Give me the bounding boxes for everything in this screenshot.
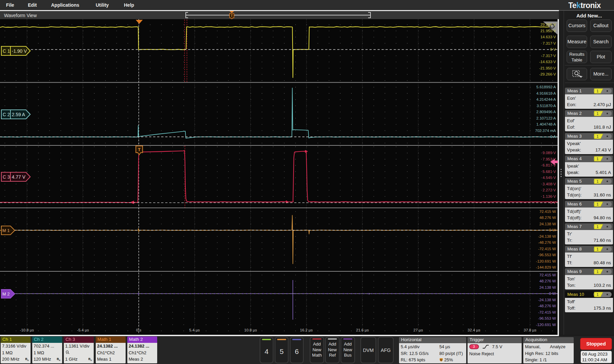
svg-text:48.276 W: 48.276 W — [539, 216, 556, 220]
svg-text:3.408 V: 3.408 V — [542, 182, 556, 186]
svg-text:M 1: M 1 — [2, 228, 10, 233]
svg-text:9.089 V: 9.089 V — [542, 151, 556, 155]
svg-text:72.415 W: 72.415 W — [539, 273, 556, 277]
svg-text:7.953 V: 7.953 V — [542, 157, 556, 161]
svg-text:21.6 µs: 21.6 µs — [356, 328, 369, 332]
svg-text:w: w — [27, 359, 29, 361]
svg-text:0 s: 0 s — [136, 328, 141, 332]
svg-text:72.415 W: 72.415 W — [539, 210, 556, 214]
svg-text:3.511870 A: 3.511870 A — [537, 104, 556, 108]
svg-text:2.107122 A: 2.107122 A — [536, 116, 556, 120]
svg-text:0 W: 0 W — [549, 291, 556, 295]
svg-text:-5.4 µs: -5.4 µs — [77, 328, 89, 332]
svg-text:1: 1 — [597, 134, 599, 138]
svg-text:1: 1 — [597, 157, 599, 161]
svg-text:C 3: C 3 — [3, 174, 10, 180]
svg-text:1: 1 — [597, 89, 599, 93]
svg-text:-21.950 V: -21.950 V — [539, 66, 556, 70]
svg-text:5.618992 A: 5.618992 A — [536, 85, 556, 89]
svg-text:4.916618 A: 4.916618 A — [536, 91, 556, 95]
svg-text:-144.829 W: -144.829 W — [536, 265, 556, 269]
svg-text:1: 1 — [597, 270, 599, 274]
svg-text:1: 1 — [597, 179, 599, 183]
svg-text:37.8 µs: 37.8 µs — [524, 328, 536, 332]
svg-text:-29.266 V: -29.266 V — [539, 72, 556, 76]
svg-text:C 1: C 1 — [3, 48, 10, 54]
svg-text:-1.90 V: -1.90 V — [12, 48, 27, 54]
svg-text:w: w — [90, 359, 92, 361]
svg-text:0 A: 0 A — [550, 135, 556, 139]
svg-text:-14.633 V: -14.633 V — [539, 60, 556, 64]
svg-text:4.545 V: 4.545 V — [542, 176, 556, 180]
svg-text:2.272 V: 2.272 V — [542, 188, 556, 192]
svg-text:1.136 V: 1.136 V — [542, 194, 556, 198]
svg-text:29.266 V: 29.266 V — [540, 22, 556, 27]
svg-text:5.681 V: 5.681 V — [542, 170, 556, 174]
svg-text:-48.276 W: -48.276 W — [538, 304, 556, 308]
svg-text:24.138 W: 24.138 W — [539, 222, 556, 226]
svg-text:2.59 A: 2.59 A — [12, 112, 25, 117]
svg-text:1.404748 A: 1.404748 A — [536, 122, 556, 126]
svg-text:24.138 W: 24.138 W — [539, 285, 556, 289]
svg-text:10.8 µs: 10.8 µs — [244, 328, 257, 332]
svg-text:T: T — [138, 147, 141, 152]
svg-text:U: U — [440, 358, 442, 361]
svg-text:3: 3 — [473, 345, 475, 349]
svg-text:4.77 V: 4.77 V — [12, 174, 26, 180]
svg-text:32.4 µs: 32.4 µs — [468, 328, 480, 332]
svg-text:7.317 V: 7.317 V — [542, 41, 556, 45]
svg-text:0 W: 0 W — [549, 228, 556, 232]
svg-text:0 V: 0 V — [550, 200, 556, 204]
svg-text:-96.553 W: -96.553 W — [538, 316, 556, 320]
svg-text:2.809496 A: 2.809496 A — [536, 110, 556, 114]
svg-text:-10.8 µs: -10.8 µs — [20, 328, 34, 332]
svg-text:1: 1 — [597, 292, 599, 297]
svg-text:w: w — [58, 359, 60, 361]
svg-text:702.374 mA: 702.374 mA — [535, 129, 556, 133]
svg-text:-7.317 V: -7.317 V — [541, 54, 556, 58]
svg-text:1: 1 — [597, 247, 599, 251]
svg-text:21.950 V: 21.950 V — [540, 29, 556, 33]
svg-text:-24.138 W: -24.138 W — [538, 298, 556, 302]
svg-text:-72.415 W: -72.415 W — [538, 247, 556, 251]
svg-text:M 2: M 2 — [2, 291, 10, 297]
svg-text:-72.415 W: -72.415 W — [538, 310, 556, 314]
svg-text:-96.553 W: -96.553 W — [538, 253, 556, 257]
svg-text:1: 1 — [597, 225, 599, 229]
svg-text:4.214244 A: 4.214244 A — [536, 97, 556, 101]
svg-text:27 µs: 27 µs — [413, 328, 423, 332]
svg-text:C 2: C 2 — [3, 112, 10, 117]
svg-text:48.276 W: 48.276 W — [539, 279, 556, 283]
svg-text:-24.138 W: -24.138 W — [538, 234, 556, 238]
svg-text:14.633 V: 14.633 V — [540, 35, 556, 39]
svg-text:0 V: 0 V — [550, 47, 556, 51]
svg-text:1: 1 — [597, 111, 599, 116]
svg-text:5.4 µs: 5.4 µs — [189, 328, 200, 332]
svg-text:-120.691 W: -120.691 W — [536, 323, 556, 327]
svg-text:-120.691 W: -120.691 W — [536, 259, 556, 263]
svg-text:1: 1 — [597, 202, 599, 206]
svg-text:-48.276 W: -48.276 W — [538, 240, 556, 244]
svg-text:6.817 V: 6.817 V — [542, 163, 556, 167]
svg-text:16.2 µs: 16.2 µs — [300, 328, 313, 332]
